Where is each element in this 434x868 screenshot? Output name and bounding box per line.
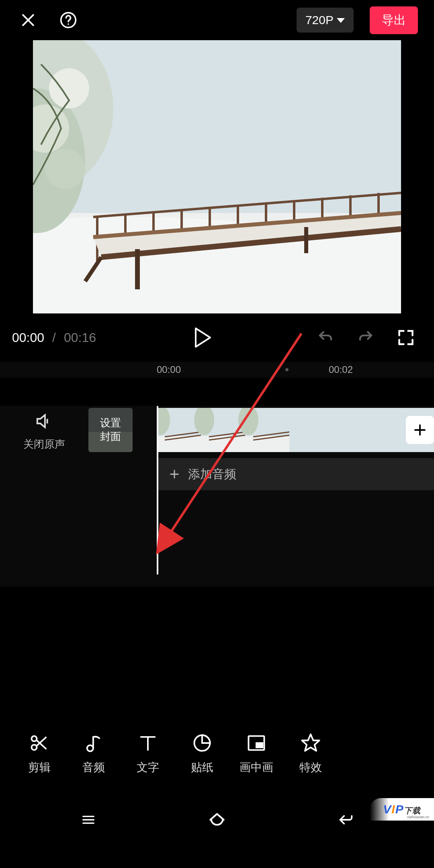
total-time: 00:16 — [64, 330, 96, 345]
redo-button[interactable] — [350, 326, 382, 350]
close-button[interactable] — [16, 8, 40, 32]
svg-marker-4 — [337, 18, 345, 23]
play-icon — [194, 328, 212, 348]
timeline[interactable]: 关闭原声 设置 封面 — [0, 406, 434, 587]
undo-icon — [316, 329, 335, 346]
nav-menu-button[interactable] — [64, 808, 113, 832]
set-cover-button[interactable]: 设置 封面 — [88, 408, 133, 452]
time-separator: / — [52, 330, 56, 345]
current-time: 00:00 — [12, 330, 44, 345]
svg-point-61 — [87, 745, 93, 751]
tool-sticker[interactable]: 贴纸 — [175, 732, 229, 775]
tool-fx[interactable]: 特效 — [283, 732, 338, 775]
help-button[interactable] — [56, 8, 80, 32]
svg-point-28 — [49, 68, 89, 108]
expand-icon — [397, 329, 415, 346]
svg-point-3 — [68, 23, 69, 25]
svg-marker-31 — [196, 328, 210, 347]
cover-label-line1: 设置 — [100, 416, 121, 430]
svg-point-30 — [45, 149, 85, 189]
chevron-down-icon — [337, 17, 345, 23]
undo-button[interactable] — [309, 326, 342, 350]
sticker-icon — [191, 732, 213, 754]
tool-label: 剪辑 — [28, 760, 51, 775]
tool-edit[interactable]: 剪辑 — [12, 732, 66, 775]
export-button[interactable]: 导出 — [370, 6, 418, 34]
add-audio-label: 添加音频 — [188, 466, 236, 483]
video-preview[interactable] — [33, 40, 401, 313]
tick-label: 00:00 — [157, 364, 245, 375]
video-clip[interactable] — [157, 408, 434, 452]
add-audio-track[interactable]: 添加音频 — [157, 458, 434, 490]
mute-label: 关闭原声 — [23, 437, 65, 451]
mute-button[interactable] — [32, 409, 56, 433]
playhead[interactable] — [157, 406, 158, 575]
tool-label: 特效 — [299, 760, 322, 775]
tool-text[interactable]: 文字 — [121, 732, 175, 775]
plus-icon — [169, 469, 180, 480]
nav-back-button[interactable] — [321, 808, 370, 832]
star-icon — [299, 732, 322, 754]
tool-label: 文字 — [137, 760, 159, 775]
resolution-selector[interactable]: 720P — [297, 8, 354, 33]
system-nav-bar — [0, 796, 434, 868]
plus-icon — [413, 416, 427, 444]
timeline-ruler[interactable]: 00:00 00:02 — [0, 362, 434, 378]
back-icon — [334, 811, 358, 829]
redo-icon — [356, 329, 375, 346]
resolution-label: 720P — [305, 13, 334, 27]
play-button[interactable] — [187, 326, 219, 350]
fullscreen-button[interactable] — [390, 326, 422, 350]
tool-pip[interactable]: 画中画 — [229, 732, 283, 775]
svg-marker-67 — [302, 734, 319, 751]
tool-label: 音频 — [82, 760, 105, 775]
picture-in-picture-icon — [245, 732, 268, 754]
add-clip-button[interactable] — [406, 416, 434, 444]
tool-label: 画中画 — [240, 760, 273, 775]
svg-rect-66 — [256, 743, 262, 747]
tool-audio[interactable]: 音频 — [66, 732, 121, 775]
tick-dot — [285, 368, 289, 371]
menu-icon — [78, 812, 99, 828]
nav-home-button[interactable] — [193, 808, 241, 832]
tool-label: 贴纸 — [191, 760, 213, 775]
music-note-icon — [82, 732, 105, 754]
home-icon — [205, 810, 229, 830]
watermark: VIP下载 viphuiyuan.cn — [370, 798, 434, 821]
editor-toolbar: 剪辑 音频 文字 贴纸 画中画 特效 — [0, 719, 434, 788]
text-icon — [137, 732, 159, 754]
cover-label-line2: 封面 — [100, 430, 121, 444]
scissors-icon — [28, 732, 51, 754]
speaker-icon — [34, 412, 54, 430]
tick-label: 00:02 — [329, 364, 417, 375]
